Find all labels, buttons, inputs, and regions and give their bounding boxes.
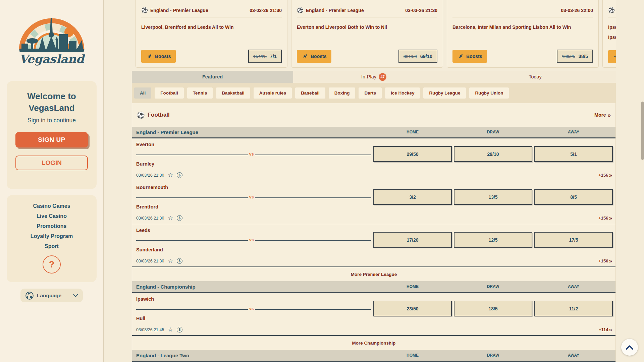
boosts-label: Boosts: [155, 54, 171, 59]
boosted-odds-coin-icon[interactable]: $: [177, 327, 182, 333]
draw-column-label: DRAW: [454, 281, 532, 292]
match-row: Leeds vs Sunderland 17/20 12/5 17/5 03/0…: [132, 224, 615, 267]
sidebar-item-sport[interactable]: Sport: [7, 241, 97, 251]
favorite-star-icon[interactable]: ☆: [168, 215, 173, 221]
more-premier-league-button[interactable]: More Premier League: [351, 272, 397, 277]
more-markets-button[interactable]: +156 »: [598, 172, 612, 178]
help-button[interactable]: ?: [43, 255, 61, 274]
match-row: Ipswich vs Hull 23/50 18/5 11/2 03/03/26…: [132, 293, 615, 336]
home-team-name: Leeds: [136, 228, 150, 233]
home-column-label: HOME: [373, 127, 452, 137]
card-divider: [297, 17, 437, 17]
filter-rugby-league[interactable]: Rugby League: [423, 87, 466, 99]
tab-in-play[interactable]: In-Play 47: [293, 71, 454, 83]
away-odds-button[interactable]: 11/2: [534, 301, 613, 316]
away-odds-button[interactable]: 17/5: [534, 232, 613, 248]
sidebar-item-loyalty-program[interactable]: Loyalty Program: [7, 231, 97, 241]
filter-all[interactable]: All: [134, 87, 151, 99]
away-odds-button[interactable]: 8/5: [534, 189, 613, 205]
filter-ice-hockey[interactable]: Ice Hockey: [385, 87, 420, 99]
boosts-button[interactable]: Boosts: [141, 50, 176, 63]
filter-aussie-rules[interactable]: Aussie rules: [254, 87, 292, 99]
draw-odds-button[interactable]: 29/10: [454, 146, 532, 162]
match-datetime: 03/03/26 21:45: [136, 327, 164, 332]
card-title: Barcelona, Inter Milan and Sporting Lisb…: [452, 22, 593, 32]
sidebar-item-promotions[interactable]: Promotions: [7, 221, 97, 231]
more-markets-count: +156: [598, 173, 608, 178]
boost-card: ⚽ England - Premier League 03-03-26 21:3…: [136, 0, 287, 68]
draw-odds-button[interactable]: 12/5: [454, 232, 532, 248]
vegasland-logo: Vegasland: [16, 13, 87, 67]
logo-graphic: Vegasland: [16, 13, 87, 66]
filter-darts[interactable]: Darts: [359, 87, 382, 99]
home-odds-button[interactable]: 23/50: [373, 301, 452, 316]
boost-card-header: 03-03-26 22:00: [452, 8, 593, 13]
more-label: More: [594, 112, 606, 118]
tab-today-label: Today: [529, 74, 542, 79]
boosts-button[interactable]: Boosts: [297, 50, 331, 63]
home-odds-button[interactable]: 3/2: [373, 189, 452, 205]
draw-column-label: DRAW: [454, 127, 532, 137]
sidebar-item-live-casino[interactable]: Live Casino: [7, 211, 97, 221]
favorite-star-icon[interactable]: ☆: [168, 258, 173, 264]
more-championship-button[interactable]: More Championship: [352, 341, 396, 346]
filter-tennis[interactable]: Tennis: [187, 87, 213, 99]
login-button[interactable]: LOGIN: [15, 156, 88, 170]
home-team-name: Bournemouth: [136, 185, 168, 190]
filter-baseball[interactable]: Baseball: [295, 87, 325, 99]
match-row: Everton vs Burnley 29/50 29/10 5/1 03/03…: [132, 138, 615, 181]
draw-odds-button[interactable]: 18/5: [454, 301, 532, 316]
tab-featured-label: Featured: [202, 74, 223, 79]
boost-odds-button[interactable]: 301/50 69/10: [398, 50, 437, 63]
double-arrow-icon: »: [609, 258, 612, 264]
tab-featured[interactable]: Featured: [132, 71, 293, 83]
boosted-odds-coin-icon[interactable]: $: [177, 172, 182, 178]
more-markets-button[interactable]: +156 »: [598, 215, 612, 221]
card-datetime: 03-03-26 21:30: [250, 8, 282, 13]
boost-card: 03-03-26 22:00 Barcelona, Inter Milan an…: [447, 0, 599, 68]
football-icon: ⚽: [297, 8, 304, 13]
match-odds: 23/50 18/5 11/2: [373, 301, 613, 316]
football-more-button[interactable]: More »: [594, 112, 611, 118]
filter-boxing[interactable]: Boxing: [329, 87, 356, 99]
page-scrollbar-thumb[interactable]: [641, 102, 644, 160]
filter-basketball[interactable]: Basketball: [216, 87, 250, 99]
card-league: ⚽ England - Premier League: [297, 8, 364, 13]
more-markets-button[interactable]: +114 »: [599, 327, 612, 333]
football-icon: ⚽: [137, 112, 145, 118]
away-team-name: Sunderland: [136, 247, 163, 252]
home-odds-button[interactable]: 29/50: [373, 146, 452, 162]
boosted-odds-coin-icon[interactable]: $: [177, 215, 182, 221]
boost-odds-button[interactable]: 166/25 38/5: [557, 50, 593, 63]
favorite-star-icon[interactable]: ☆: [168, 327, 173, 333]
league-header-championship: England - Championship HOME DRAW AWAY: [132, 281, 615, 293]
away-team-name: Hull: [136, 316, 145, 321]
favorite-star-icon[interactable]: ☆: [168, 172, 173, 178]
tab-today[interactable]: Today: [454, 71, 616, 83]
scroll-to-top-button[interactable]: [621, 339, 638, 356]
double-arrow-icon: »: [609, 215, 612, 221]
rocket-icon: [458, 53, 464, 59]
away-odds-button[interactable]: 5/1: [534, 146, 613, 162]
draw-odds-button[interactable]: 13/5: [454, 189, 532, 205]
card-title: Liverpool, Brentford and Leeds All to Wi…: [141, 22, 282, 32]
card-divider: [608, 17, 616, 17]
language-selector[interactable]: Language: [20, 289, 83, 302]
league-header-league-two: England - League Two HOME DRAW AWAY: [132, 350, 615, 362]
boost-odds-button[interactable]: 154/25 7/1: [248, 50, 282, 63]
match-datetime: 03/03/26 21:30: [136, 259, 164, 263]
signin-hint: Sign in to continue: [7, 117, 97, 124]
boosted-odds-coin-icon[interactable]: $: [177, 258, 182, 264]
football-section: ⚽ Football More » England - Premier Leag…: [132, 103, 616, 362]
card-bottom-row: Boosts 166/25 38/5: [452, 50, 593, 63]
more-markets-button[interactable]: +156 »: [598, 258, 612, 264]
boost-card-header: ⚽ England - Premier League 03-03-26 21:3…: [141, 8, 282, 13]
sign-up-button[interactable]: SIGN UP: [15, 132, 88, 147]
filter-rugby-union[interactable]: Rugby Union: [469, 87, 509, 99]
draw-column-label: DRAW: [454, 350, 532, 361]
boosts-button[interactable]: Boosts: [608, 50, 616, 63]
boosts-button[interactable]: Boosts: [452, 50, 487, 63]
filter-football[interactable]: Football: [155, 87, 184, 99]
home-odds-button[interactable]: 17/20: [373, 232, 452, 248]
sidebar-item-casino-games[interactable]: Casino Games: [7, 201, 97, 211]
